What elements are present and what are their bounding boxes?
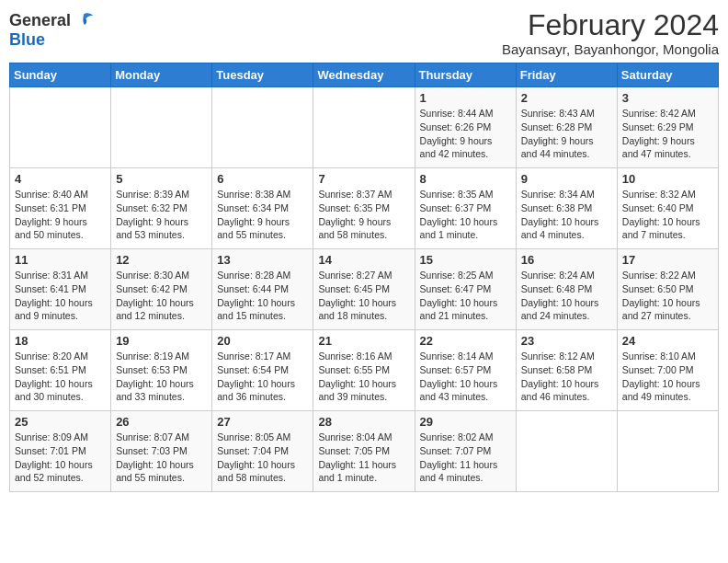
day-info: Sunrise: 8:02 AM Sunset: 7:07 PM Dayligh… [420, 431, 511, 485]
day-cell: 6Sunrise: 8:38 AM Sunset: 6:34 PM Daylig… [212, 168, 313, 249]
day-info: Sunrise: 8:27 AM Sunset: 6:45 PM Dayligh… [318, 269, 409, 323]
day-cell: 26Sunrise: 8:07 AM Sunset: 7:03 PM Dayli… [111, 411, 212, 492]
calendar-subtitle: Bayansayr, Bayanhongor, Mongolia [502, 41, 719, 57]
day-number: 23 [521, 334, 612, 348]
day-cell: 29Sunrise: 8:02 AM Sunset: 7:07 PM Dayli… [415, 411, 516, 492]
day-cell: 28Sunrise: 8:04 AM Sunset: 7:05 PM Dayli… [313, 411, 415, 492]
day-info: Sunrise: 8:32 AM Sunset: 6:40 PM Dayligh… [622, 188, 713, 242]
day-info: Sunrise: 8:39 AM Sunset: 6:32 PM Dayligh… [116, 188, 207, 242]
day-number: 9 [521, 172, 612, 186]
header-row: SundayMondayTuesdayWednesdayThursdayFrid… [10, 63, 719, 87]
day-cell: 3Sunrise: 8:42 AM Sunset: 6:29 PM Daylig… [617, 87, 718, 168]
day-info: Sunrise: 8:14 AM Sunset: 6:57 PM Dayligh… [420, 350, 511, 404]
day-cell: 11Sunrise: 8:31 AM Sunset: 6:41 PM Dayli… [10, 249, 111, 330]
day-info: Sunrise: 8:28 AM Sunset: 6:44 PM Dayligh… [217, 269, 308, 323]
day-info: Sunrise: 8:37 AM Sunset: 6:35 PM Dayligh… [318, 188, 409, 242]
page-header: General Blue February 2024 Bayansayr, Ba… [9, 9, 719, 57]
day-info: Sunrise: 8:16 AM Sunset: 6:55 PM Dayligh… [318, 350, 409, 404]
day-number: 8 [420, 172, 511, 186]
day-number: 1 [420, 91, 511, 105]
day-info: Sunrise: 8:22 AM Sunset: 6:50 PM Dayligh… [622, 269, 713, 323]
day-number: 7 [318, 172, 409, 186]
header-thursday: Thursday [415, 63, 516, 87]
day-cell: 20Sunrise: 8:17 AM Sunset: 6:54 PM Dayli… [212, 330, 313, 411]
day-cell: 23Sunrise: 8:12 AM Sunset: 6:58 PM Dayli… [516, 330, 617, 411]
day-number: 17 [622, 253, 713, 267]
day-cell: 19Sunrise: 8:19 AM Sunset: 6:53 PM Dayli… [111, 330, 212, 411]
day-cell: 5Sunrise: 8:39 AM Sunset: 6:32 PM Daylig… [111, 168, 212, 249]
day-number: 4 [15, 172, 106, 186]
day-info: Sunrise: 8:42 AM Sunset: 6:29 PM Dayligh… [622, 107, 713, 161]
logo: General Blue [9, 9, 95, 48]
day-number: 2 [521, 91, 612, 105]
day-number: 14 [318, 253, 409, 267]
day-number: 11 [15, 253, 106, 267]
week-row-3: 11Sunrise: 8:31 AM Sunset: 6:41 PM Dayli… [10, 249, 719, 330]
day-number: 18 [15, 334, 106, 348]
logo-blue: Blue [9, 31, 95, 48]
day-info: Sunrise: 8:44 AM Sunset: 6:26 PM Dayligh… [420, 107, 511, 161]
header-saturday: Saturday [617, 63, 718, 87]
day-cell: 21Sunrise: 8:16 AM Sunset: 6:55 PM Dayli… [313, 330, 415, 411]
day-info: Sunrise: 8:35 AM Sunset: 6:37 PM Dayligh… [420, 188, 511, 242]
day-number: 10 [622, 172, 713, 186]
week-row-1: 1Sunrise: 8:44 AM Sunset: 6:26 PM Daylig… [10, 87, 719, 168]
calendar-title: February 2024 [502, 9, 719, 41]
day-info: Sunrise: 8:43 AM Sunset: 6:28 PM Dayligh… [521, 107, 612, 161]
day-info: Sunrise: 8:20 AM Sunset: 6:51 PM Dayligh… [15, 350, 106, 404]
day-info: Sunrise: 8:09 AM Sunset: 7:01 PM Dayligh… [15, 431, 106, 485]
day-cell: 4Sunrise: 8:40 AM Sunset: 6:31 PM Daylig… [10, 168, 111, 249]
day-cell [516, 411, 617, 492]
calendar-table: SundayMondayTuesdayWednesdayThursdayFrid… [9, 63, 719, 492]
day-cell: 24Sunrise: 8:10 AM Sunset: 7:00 PM Dayli… [617, 330, 718, 411]
day-cell: 2Sunrise: 8:43 AM Sunset: 6:28 PM Daylig… [516, 87, 617, 168]
day-number: 24 [622, 334, 713, 348]
day-number: 22 [420, 334, 511, 348]
logo-bird-icon [73, 9, 95, 31]
header-sunday: Sunday [10, 63, 111, 87]
week-row-4: 18Sunrise: 8:20 AM Sunset: 6:51 PM Dayli… [10, 330, 719, 411]
day-info: Sunrise: 8:05 AM Sunset: 7:04 PM Dayligh… [217, 431, 308, 485]
logo-general: General [9, 12, 71, 29]
day-number: 26 [116, 415, 207, 429]
day-cell: 8Sunrise: 8:35 AM Sunset: 6:37 PM Daylig… [415, 168, 516, 249]
day-info: Sunrise: 8:40 AM Sunset: 6:31 PM Dayligh… [15, 188, 106, 242]
day-number: 5 [116, 172, 207, 186]
day-cell [617, 411, 718, 492]
day-info: Sunrise: 8:31 AM Sunset: 6:41 PM Dayligh… [15, 269, 106, 323]
day-info: Sunrise: 8:07 AM Sunset: 7:03 PM Dayligh… [116, 431, 207, 485]
day-info: Sunrise: 8:12 AM Sunset: 6:58 PM Dayligh… [521, 350, 612, 404]
day-number: 19 [116, 334, 207, 348]
day-number: 29 [420, 415, 511, 429]
day-cell: 9Sunrise: 8:34 AM Sunset: 6:38 PM Daylig… [516, 168, 617, 249]
day-cell: 22Sunrise: 8:14 AM Sunset: 6:57 PM Dayli… [415, 330, 516, 411]
day-cell: 7Sunrise: 8:37 AM Sunset: 6:35 PM Daylig… [313, 168, 415, 249]
day-number: 16 [521, 253, 612, 267]
header-tuesday: Tuesday [212, 63, 313, 87]
day-number: 12 [116, 253, 207, 267]
day-number: 25 [15, 415, 106, 429]
header-friday: Friday [516, 63, 617, 87]
title-block: February 2024 Bayansayr, Bayanhongor, Mo… [502, 9, 719, 57]
day-info: Sunrise: 8:10 AM Sunset: 7:00 PM Dayligh… [622, 350, 713, 404]
day-number: 27 [217, 415, 308, 429]
day-number: 15 [420, 253, 511, 267]
day-cell: 14Sunrise: 8:27 AM Sunset: 6:45 PM Dayli… [313, 249, 415, 330]
day-cell: 17Sunrise: 8:22 AM Sunset: 6:50 PM Dayli… [617, 249, 718, 330]
day-number: 13 [217, 253, 308, 267]
day-cell [10, 87, 111, 168]
day-info: Sunrise: 8:38 AM Sunset: 6:34 PM Dayligh… [217, 188, 308, 242]
day-info: Sunrise: 8:34 AM Sunset: 6:38 PM Dayligh… [521, 188, 612, 242]
day-info: Sunrise: 8:19 AM Sunset: 6:53 PM Dayligh… [116, 350, 207, 404]
day-cell: 10Sunrise: 8:32 AM Sunset: 6:40 PM Dayli… [617, 168, 718, 249]
day-info: Sunrise: 8:25 AM Sunset: 6:47 PM Dayligh… [420, 269, 511, 323]
day-info: Sunrise: 8:17 AM Sunset: 6:54 PM Dayligh… [217, 350, 308, 404]
day-cell: 1Sunrise: 8:44 AM Sunset: 6:26 PM Daylig… [415, 87, 516, 168]
day-cell: 27Sunrise: 8:05 AM Sunset: 7:04 PM Dayli… [212, 411, 313, 492]
week-row-2: 4Sunrise: 8:40 AM Sunset: 6:31 PM Daylig… [10, 168, 719, 249]
day-info: Sunrise: 8:30 AM Sunset: 6:42 PM Dayligh… [116, 269, 207, 323]
day-number: 20 [217, 334, 308, 348]
day-number: 21 [318, 334, 409, 348]
day-info: Sunrise: 8:24 AM Sunset: 6:48 PM Dayligh… [521, 269, 612, 323]
day-cell [313, 87, 415, 168]
